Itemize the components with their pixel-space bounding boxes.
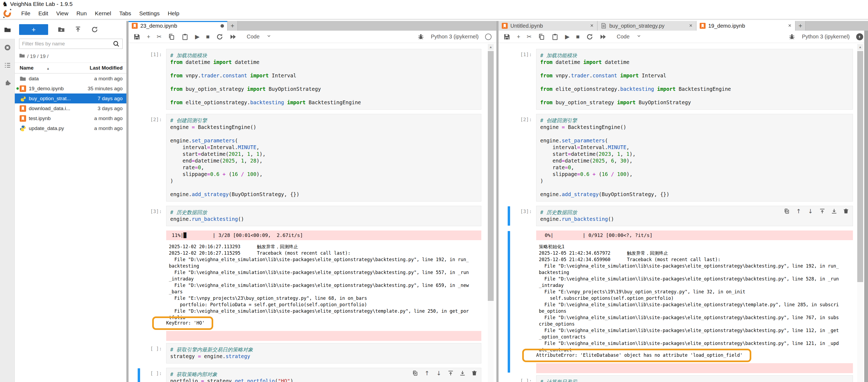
vertical-scrollbar[interactable]: ▲ — [488, 44, 494, 382]
restart-run-all-button[interactable] — [600, 33, 607, 40]
code-line — [540, 93, 850, 99]
code-input[interactable]: ↑↓# 历史数据回放engine.run_backtesting() — [536, 206, 853, 226]
code-input[interactable]: # 计算每日盈亏engine.calculate_result() — [536, 375, 853, 382]
panels-divider[interactable] — [496, 21, 499, 382]
file-modified: 3 days ago — [98, 106, 126, 111]
interrupt-kernel-button[interactable]: ■ — [206, 34, 210, 40]
insert-cell-below-button[interactable] — [459, 370, 466, 377]
tab-19_demo.ipynb[interactable]: 19_demo.ipynb — [696, 21, 796, 31]
file-row[interactable]: update_data.pya month ago — [15, 123, 126, 133]
tab-Untitled.ipynb[interactable]: Untitled.ipynb — [499, 21, 597, 31]
activity-table-of-contents[interactable] — [0, 57, 15, 74]
insert-cell-below-button[interactable] — [831, 208, 838, 215]
kernel-status-idle-icon[interactable] — [485, 34, 492, 40]
breadcrumb[interactable]: / 19 / 19 / — [15, 51, 126, 63]
menu-item-view[interactable]: View — [52, 9, 72, 18]
code-line: from elite_optionstrategy.backtesting im… — [540, 86, 850, 93]
insert-cell-above-button[interactable] — [819, 208, 826, 215]
debugger-bug-icon[interactable] — [788, 33, 796, 40]
copy-cells-button[interactable] — [538, 33, 545, 40]
column-last-modified[interactable]: Last Modified — [90, 65, 123, 71]
cell-type-dropdown[interactable]: Code — [617, 34, 642, 40]
menu-item-run[interactable]: Run — [72, 9, 91, 18]
duplicate-cell-button[interactable] — [783, 208, 790, 215]
menu-item-edit[interactable]: Edit — [34, 9, 52, 18]
scrollbar-thumb[interactable] — [857, 51, 863, 282]
restart-kernel-button[interactable] — [586, 33, 593, 40]
code-input[interactable]: # 创建回测引擎engine = BacktestingEngine() eng… — [166, 114, 481, 202]
move-cell-up-button[interactable]: ↑ — [795, 208, 802, 215]
scroll-up-arrow[interactable]: ▲ — [488, 44, 494, 50]
refresh-button[interactable] — [91, 26, 98, 33]
activity-file-browser[interactable] — [0, 21, 15, 39]
error-annotation-box: AttributeError: 'EliteDatabase' object h… — [522, 349, 751, 362]
paste-cells-button[interactable] — [552, 33, 558, 40]
save-button[interactable] — [133, 33, 141, 40]
run-cell-button[interactable]: ▶ — [195, 34, 199, 40]
scrollbar-thumb[interactable] — [488, 51, 494, 301]
code-input[interactable]: # 加载功能模块from datetime import datetime fr… — [166, 49, 481, 110]
code-line: engine = BacktestingEngine() — [540, 124, 850, 131]
tab-buy_option_strategy.py[interactable]: buy_option_strategy.py — [597, 21, 696, 31]
kernel-name[interactable]: Python 3 (ipykernel) — [431, 34, 478, 40]
file-row[interactable]: test.ipynba month ago — [15, 113, 126, 123]
debugger-bug-icon[interactable] — [417, 33, 424, 40]
notebook-content[interactable]: [1]:# 加载功能模块from datetime import datetim… — [128, 43, 496, 382]
code-input[interactable]: # 历史数据回放engine.run_backtesting() — [166, 206, 481, 226]
activity-running-kernels[interactable] — [0, 39, 15, 57]
new-tab-button[interactable]: + — [796, 21, 806, 31]
move-cell-down-button[interactable]: ↓ — [435, 370, 442, 377]
menu-item-file[interactable]: File — [17, 9, 34, 18]
tab-close-icon[interactable] — [590, 23, 594, 29]
run-cell-button[interactable]: ▶ — [565, 34, 569, 40]
restart-kernel-button[interactable] — [216, 33, 223, 40]
insert-cell-above-button[interactable] — [447, 370, 454, 377]
tab-close-icon[interactable] — [689, 23, 693, 29]
menu-item-tabs[interactable]: Tabs — [115, 9, 135, 18]
new-tab-button[interactable]: + — [227, 21, 238, 31]
new-launcher-button[interactable]: + — [19, 24, 48, 35]
vertical-scrollbar[interactable]: ▲ — [857, 44, 863, 382]
copy-cells-button[interactable] — [168, 33, 175, 40]
notebook-content[interactable]: [1]:# 加载功能模块from datetime import datetim… — [499, 43, 868, 382]
cell-type-dropdown[interactable]: Code — [247, 34, 272, 40]
file-row[interactable]: 19_demo.ipynb35 minutes ago — [15, 83, 126, 94]
column-name[interactable]: Name▲ — [20, 65, 50, 71]
scroll-up-arrow[interactable]: ▲ — [857, 44, 863, 50]
menu-item-help[interactable]: Help — [164, 9, 183, 18]
filter-files-input[interactable]: Filter files by name — [19, 39, 123, 49]
delete-cell-button[interactable] — [842, 208, 849, 215]
sidebar-panel-divider[interactable] — [126, 21, 128, 382]
code-input[interactable]: # 创建回测引擎engine = BacktestingEngine() eng… — [536, 114, 853, 202]
kernel-status-busy-icon[interactable] — [856, 33, 863, 40]
interrupt-kernel-button[interactable]: ■ — [576, 34, 580, 40]
code-input[interactable]: # 加载功能模块from datetime import datetime fr… — [536, 49, 853, 110]
menu-item-settings[interactable]: Settings — [135, 9, 164, 18]
insert-cell-button[interactable]: + — [517, 34, 520, 40]
code-input[interactable]: ↑↓# 获取策略内部对象portfolio = strategy.get_por… — [166, 368, 481, 382]
tab-23_demo.ipynb[interactable]: 23_demo.ipynb — [128, 21, 227, 31]
delete-cell-button[interactable] — [471, 370, 478, 377]
kernel-name[interactable]: Python 3 (ipykernel) — [802, 34, 850, 40]
paste-cells-button[interactable] — [182, 33, 188, 40]
execution-prompt: [3]: — [128, 206, 166, 226]
activity-extensions[interactable] — [0, 74, 15, 92]
file-row[interactable]: buy_option_strat...7 days ago — [15, 94, 126, 103]
upload-button[interactable] — [74, 26, 82, 33]
file-row[interactable]: dataa month ago — [15, 74, 126, 83]
code-input[interactable]: # 获取引擎内最新交易日的策略对象strategy = engine.strat… — [166, 343, 481, 363]
cut-cells-button[interactable]: ✂ — [527, 34, 532, 40]
duplicate-cell-button[interactable] — [412, 370, 419, 377]
restart-run-all-button[interactable] — [230, 33, 237, 40]
insert-cell-button[interactable]: + — [147, 34, 150, 40]
menu-item-kernel[interactable]: Kernel — [91, 9, 115, 18]
move-cell-down-button[interactable]: ↓ — [807, 208, 814, 215]
save-button[interactable] — [503, 33, 510, 40]
move-cell-up-button[interactable]: ↑ — [424, 370, 431, 377]
cut-cells-button[interactable]: ✂ — [157, 34, 162, 40]
new-folder-button[interactable] — [58, 26, 65, 33]
notebook-icon — [502, 23, 508, 29]
tab-close-icon[interactable] — [787, 23, 792, 29]
search-icon — [113, 40, 120, 47]
file-row[interactable]: download_data.i...3 days ago — [15, 103, 126, 113]
